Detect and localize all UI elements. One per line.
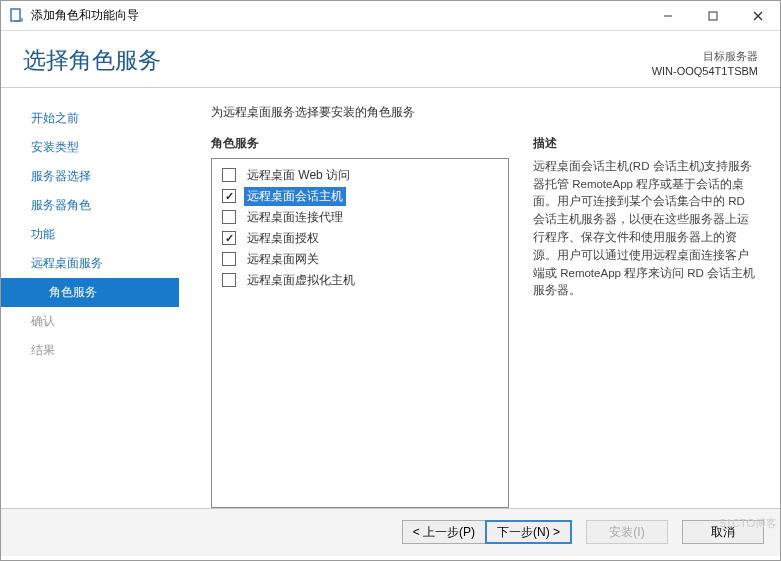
nav-item-8: 结果 <box>1 336 179 365</box>
svg-rect-2 <box>709 12 717 20</box>
role-row-2[interactable]: 远程桌面连接代理 <box>216 207 504 228</box>
role-row-1[interactable]: 远程桌面会话主机 <box>216 186 504 207</box>
maximize-button[interactable] <box>690 1 735 30</box>
cancel-button[interactable]: 取消 <box>682 520 764 544</box>
role-row-3[interactable]: 远程桌面授权 <box>216 228 504 249</box>
nav-item-6[interactable]: 角色服务 <box>1 278 179 307</box>
role-row-0[interactable]: 远程桌面 Web 访问 <box>216 165 504 186</box>
window-title: 添加角色和功能向导 <box>31 7 139 24</box>
wizard-header: 选择角色服务 目标服务器 WIN-OOQ54T1TSBM <box>1 31 780 88</box>
target-server-label: 目标服务器 <box>652 49 758 64</box>
svg-rect-0 <box>11 9 20 21</box>
role-label: 远程桌面授权 <box>244 229 322 248</box>
nav-item-0[interactable]: 开始之前 <box>1 104 179 133</box>
nav-item-5[interactable]: 远程桌面服务 <box>1 249 179 278</box>
target-server-block: 目标服务器 WIN-OOQ54T1TSBM <box>652 45 758 79</box>
titlebar: 添加角色和功能向导 <box>1 1 780 31</box>
previous-button[interactable]: < 上一步(P) <box>402 520 485 544</box>
instruction-text: 为远程桌面服务选择要安装的角色服务 <box>211 104 762 121</box>
role-label: 远程桌面连接代理 <box>244 208 346 227</box>
role-row-5[interactable]: 远程桌面虚拟化主机 <box>216 270 504 291</box>
role-label: 远程桌面 Web 访问 <box>244 166 353 185</box>
nav-item-7: 确认 <box>1 307 179 336</box>
page-title: 选择角色服务 <box>23 45 652 76</box>
minimize-button[interactable] <box>645 1 690 30</box>
role-label: 远程桌面会话主机 <box>244 187 346 206</box>
app-icon <box>9 8 25 24</box>
target-server-name: WIN-OOQ54T1TSBM <box>652 64 758 79</box>
role-row-4[interactable]: 远程桌面网关 <box>216 249 504 270</box>
role-label: 远程桌面虚拟化主机 <box>244 271 358 290</box>
role-checkbox[interactable] <box>222 231 236 245</box>
nav-item-4[interactable]: 功能 <box>1 220 179 249</box>
description-heading: 描述 <box>533 135 762 152</box>
role-label: 远程桌面网关 <box>244 250 322 269</box>
nav-item-2[interactable]: 服务器选择 <box>1 162 179 191</box>
role-checkbox[interactable] <box>222 189 236 203</box>
roles-heading: 角色服务 <box>211 135 509 152</box>
roles-listbox[interactable]: 远程桌面 Web 访问远程桌面会话主机远程桌面连接代理远程桌面授权远程桌面网关远… <box>211 158 509 508</box>
nav-item-1[interactable]: 安装类型 <box>1 133 179 162</box>
nav-item-3[interactable]: 服务器角色 <box>1 191 179 220</box>
description-text: 远程桌面会话主机(RD 会话主机)支持服务器托管 RemoteApp 程序或基于… <box>533 158 762 301</box>
role-checkbox[interactable] <box>222 252 236 266</box>
wizard-nav: 开始之前安装类型服务器选择服务器角色功能远程桌面服务角色服务确认结果 <box>1 88 179 508</box>
role-checkbox[interactable] <box>222 273 236 287</box>
next-button[interactable]: 下一步(N) > <box>485 520 572 544</box>
role-checkbox[interactable] <box>222 168 236 182</box>
install-button: 安装(I) <box>586 520 668 544</box>
role-checkbox[interactable] <box>222 210 236 224</box>
wizard-footer: < 上一步(P) 下一步(N) > 安装(I) 取消 <box>1 508 780 556</box>
close-button[interactable] <box>735 1 780 30</box>
